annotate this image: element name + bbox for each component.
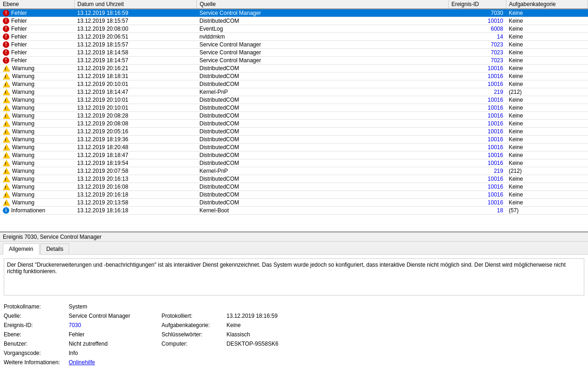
table-row[interactable]: !Fehler13.12.2019 20:06:51nvlddmkm14Kein… [0, 33, 588, 41]
table-row[interactable]: Warnung13.12.2019 20:10:01DistributedCOM… [0, 104, 588, 112]
cell-source: DistributedCOM [197, 72, 448, 80]
table-row[interactable]: Warnung13.12.2019 20:08:08DistributedCOM… [0, 120, 588, 128]
warning-icon [3, 65, 10, 72]
cell-source: EventLog [197, 25, 448, 33]
level-text: Warnung [12, 65, 34, 72]
col-header-date[interactable]: Datum und Uhrzeit [74, 0, 196, 9]
table-row[interactable]: Warnung13.12.2019 18:14:47Kernel-PnP219(… [0, 88, 588, 96]
warning-icon [3, 112, 10, 119]
status-bar: Ereignis 7030, Service Control Manager [0, 232, 588, 242]
empty-1 [162, 302, 226, 311]
empty-3 [162, 348, 226, 358]
cell-id: 10016 [448, 104, 506, 112]
cell-level: Warnung [0, 128, 74, 136]
event-id-value: 10016 [488, 112, 503, 119]
cell-source: Service Control Manager [197, 41, 448, 49]
vorgangscode-value: Info [69, 348, 162, 358]
ebene-value: Fehler [69, 330, 162, 339]
cell-level: Warnung [0, 72, 74, 80]
table-row[interactable]: Warnung13.12.2019 18:18:31DistributedCOM… [0, 72, 588, 80]
cell-level: Warnung [0, 199, 74, 207]
cell-level: Warnung [0, 88, 74, 96]
cell-level: !Fehler [0, 49, 74, 57]
event-id-value: 10016 [488, 136, 503, 143]
cell-date: 13.12.2019 20:08:00 [74, 25, 196, 33]
cell-source: DistributedCOM [197, 183, 448, 191]
cell-source: DistributedCOM [197, 136, 448, 144]
table-row[interactable]: Warnung13.12.2019 20:10:01DistributedCOM… [0, 80, 588, 88]
table-row[interactable]: Warnung13.12.2019 20:13:58DistributedCOM… [0, 199, 588, 207]
main-container: Ebene Datum und Uhrzeit Quelle Ereignis-… [0, 0, 588, 370]
warning-icon [3, 89, 10, 95]
log-table-section[interactable]: Ebene Datum und Uhrzeit Quelle Ereignis-… [0, 0, 588, 232]
computer-label: Computer: [162, 339, 226, 348]
table-row[interactable]: !Fehler13.12.2019 20:08:00EventLog6008Ke… [0, 25, 588, 33]
cell-task: Keine [506, 65, 588, 72]
table-row[interactable]: Warnung13.12.2019 20:16:18DistributedCOM… [0, 191, 588, 199]
table-row[interactable]: Warnung13.12.2019 20:07:58Kernel-PnP219(… [0, 167, 588, 175]
cell-source: DistributedCOM [197, 199, 448, 207]
table-row[interactable]: iInformationen13.12.2019 18:16:18Kernel-… [0, 207, 588, 215]
cell-date: 13.12.2019 20:16:08 [74, 183, 196, 191]
event-id-value: 10016 [488, 176, 503, 182]
cell-source: Kernel-PnP [197, 167, 448, 175]
warning-icon [3, 120, 10, 127]
cell-date: 13.12.2019 18:14:58 [74, 49, 196, 57]
cell-task: Keine [506, 80, 588, 88]
cell-date: 13.12.2019 18:15:57 [74, 41, 196, 49]
cell-id: 14 [448, 33, 506, 41]
ebene-label: Ebene: [4, 330, 69, 339]
cell-source: DistributedCOM [197, 112, 448, 120]
level-text: Warnung [12, 144, 34, 151]
cell-date: 13.12.2019 20:10:01 [74, 104, 196, 112]
table-header-row: Ebene Datum und Uhrzeit Quelle Ereignis-… [0, 0, 588, 9]
cell-level: Warnung [0, 175, 74, 183]
table-row[interactable]: Warnung13.12.2019 20:16:13DistributedCOM… [0, 175, 588, 183]
col-header-task[interactable]: Aufgabenkategorie [506, 0, 588, 9]
event-id-value: 18 [497, 207, 503, 214]
table-row[interactable]: Warnung13.12.2019 20:10:01DistributedCOM… [0, 96, 588, 104]
error-icon: ! [3, 41, 9, 48]
cell-source: DistributedCOM [197, 17, 448, 25]
cell-id: 10016 [448, 136, 506, 144]
table-row[interactable]: !Fehler13.12.2019 18:14:58Service Contro… [0, 49, 588, 57]
cell-id: 7023 [448, 57, 506, 65]
table-row[interactable]: !Fehler13.12.2019 18:15:57DistributedCOM… [0, 17, 588, 25]
level-text: Warnung [12, 184, 34, 190]
table-row[interactable]: Warnung13.12.2019 18:20:48DistributedCOM… [0, 144, 588, 151]
table-row[interactable]: Warnung13.12.2019 18:19:54DistributedCOM… [0, 159, 588, 167]
table-row[interactable]: Warnung13.12.2019 20:08:28DistributedCOM… [0, 112, 588, 120]
table-row[interactable]: Warnung13.12.2019 20:16:21DistributedCOM… [0, 65, 588, 72]
tab-allgemein[interactable]: Allgemein [3, 243, 39, 255]
col-header-source[interactable]: Quelle [197, 0, 448, 9]
cell-id: 10016 [448, 72, 506, 80]
table-row[interactable]: !Fehler13.12.2019 18:15:57Service Contro… [0, 41, 588, 49]
table-row[interactable]: Warnung13.12.2019 20:05:16DistributedCOM… [0, 128, 588, 136]
warning-icon [3, 81, 10, 87]
cell-date: 13.12.2019 18:15:57 [74, 17, 196, 25]
col-header-level[interactable]: Ebene [0, 0, 74, 9]
table-row[interactable]: Warnung13.12.2019 20:16:08DistributedCOM… [0, 183, 588, 191]
table-row[interactable]: Warnung13.12.2019 18:18:47DistributedCOM… [0, 151, 588, 159]
cell-id: 10016 [448, 120, 506, 128]
tab-details[interactable]: Details [40, 243, 70, 254]
benutzer-value: Nicht zutreffend [69, 339, 162, 348]
warning-icon [3, 97, 10, 103]
error-icon: ! [3, 57, 9, 64]
cell-task: Keine [506, 199, 588, 207]
cell-id: 10016 [448, 159, 506, 167]
table-row[interactable]: !Fehler13.12.2019 18:16:59Service Contro… [0, 9, 588, 17]
warning-icon [3, 191, 10, 198]
cell-task: Keine [506, 120, 588, 128]
cell-date: 13.12.2019 20:08:28 [74, 112, 196, 120]
cell-level: !Fehler [0, 9, 74, 17]
table-row[interactable]: !Fehler13.12.2019 18:14:57Service Contro… [0, 57, 588, 65]
warning-icon [3, 160, 10, 166]
col-header-id[interactable]: Ereignis-ID [448, 0, 506, 9]
onlinehilfe-link[interactable]: Onlinehilfe [69, 358, 162, 367]
cell-date: 13.12.2019 20:07:58 [74, 167, 196, 175]
cell-task: Keine [506, 25, 588, 33]
table-row[interactable]: Warnung13.12.2019 18:19:36DistributedCOM… [0, 136, 588, 144]
cell-level: Warnung [0, 104, 74, 112]
level-text: Warnung [12, 152, 34, 158]
